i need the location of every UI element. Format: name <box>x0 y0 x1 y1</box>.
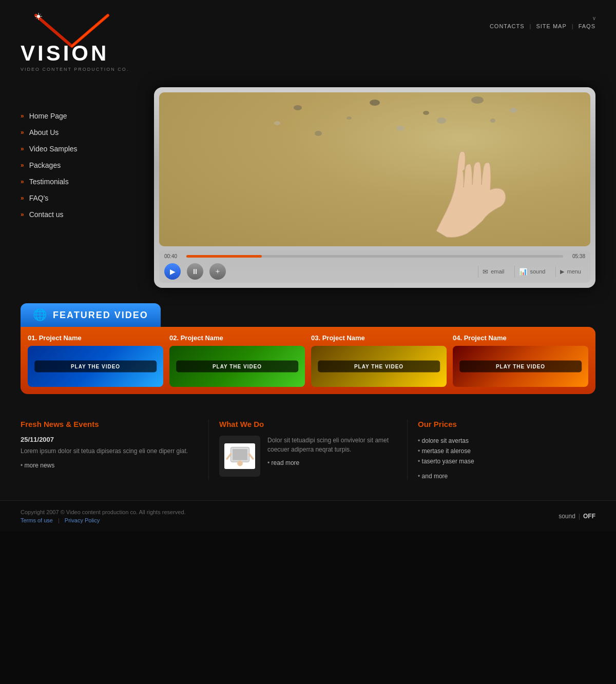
svg-point-10 <box>346 116 352 120</box>
video-card-3: 03. Project Name PLAY THE VIDEO <box>311 334 447 387</box>
time-end: 05:38 <box>567 253 585 259</box>
top-nav-chevron: v <box>593 15 595 21</box>
svg-point-14 <box>315 131 322 136</box>
price-item-3: taserto yaser mase <box>418 456 595 466</box>
what-we-do-inner: Dolor sit tetuadipi scing eli onvivelor … <box>219 436 397 477</box>
menu-icon: ▶ <box>560 268 564 275</box>
video-thumb-3[interactable]: PLAY THE VIDEO <box>311 346 447 387</box>
add-button[interactable]: ＋ <box>209 263 226 280</box>
what-we-do-column: What We Do Dolor sit t <box>209 420 408 480</box>
svg-point-18 <box>237 460 243 466</box>
what-we-do-thumb <box>219 436 260 477</box>
video-thumb-4[interactable]: PLAY THE VIDEO <box>453 346 588 387</box>
svg-point-15 <box>396 126 405 131</box>
play-button[interactable]: ▶ <box>164 263 181 280</box>
play-video-btn-1[interactable]: PLAY THE VIDEO <box>34 361 157 373</box>
svg-point-6 <box>370 100 380 106</box>
privacy-link[interactable]: Privacy Policy <box>65 517 100 523</box>
nav-sitemap[interactable]: SITE MAP <box>536 23 566 29</box>
footer-off-label[interactable]: OFF <box>583 513 595 520</box>
prices-list: dolore sit avertas mertase it alerose ta… <box>418 436 595 466</box>
video-card-1-title: 01. Project Name <box>28 334 163 342</box>
footer-sep: | <box>58 517 60 523</box>
news-section-title: Fresh News & Events <box>21 420 198 428</box>
sidebar-item-video-samples[interactable]: » Video Samples <box>21 141 133 157</box>
footer-sound-label: sound <box>559 513 575 520</box>
news-date: 25/11/2007 <box>21 436 198 443</box>
time-start: 00:40 <box>164 253 182 259</box>
person-illustration <box>226 445 254 468</box>
footer-copyright: Copyright 2007 © Video content productio… <box>21 509 186 515</box>
top-nav-links: CONTACTS | SITE MAP | FAQS <box>490 23 595 29</box>
arrow-icon-packages: » <box>21 162 24 169</box>
email-label: email <box>491 268 504 275</box>
logo-graphic <box>21 10 123 51</box>
progress-bar-container: 00:40 05:38 <box>164 253 585 259</box>
svg-line-19 <box>227 454 230 459</box>
footer-sound-sep: | <box>579 513 580 520</box>
nav-contacts[interactable]: CONTACTS <box>490 23 525 29</box>
nav-faqs[interactable]: FAQS <box>579 23 595 29</box>
main-content: » Home Page » About Us » Video Samples »… <box>0 77 616 303</box>
what-we-do-text-area: Dolor sit tetuadipi scing eli onvivelor … <box>267 436 397 466</box>
pause-button[interactable]: ⏸ <box>187 263 203 280</box>
arrow-icon-about: » <box>21 129 24 136</box>
info-sections: Fresh News & Events 25/11/2007 Lorem ips… <box>0 404 616 500</box>
svg-point-12 <box>274 121 280 125</box>
terms-link[interactable]: Terms of use <box>21 517 53 523</box>
sound-label: sound <box>530 268 545 275</box>
logo-subtitle: VIDEO CONTENT PRODUCTION CO. <box>21 67 129 72</box>
sidebar-item-home[interactable]: » Home Page <box>21 108 133 124</box>
price-item-2: mertase it alerose <box>418 446 595 456</box>
arrow-icon-video: » <box>21 145 24 152</box>
featured-header: 🌐 FEATURED VIDEO <box>21 303 161 327</box>
prices-title: Our Prices <box>418 420 595 428</box>
control-buttons: ▶ ⏸ ＋ ✉ email 📊 sound ▶ menu <box>164 263 585 280</box>
player-controls: 00:40 05:38 ▶ ⏸ ＋ ✉ email � <box>159 250 590 283</box>
svg-point-8 <box>471 96 484 104</box>
sidebar-label-packages: Packages <box>29 161 61 169</box>
price-item-1: dolore sit avertas <box>418 436 595 446</box>
video-player-area: 00:40 05:38 ▶ ⏸ ＋ ✉ email � <box>154 87 595 288</box>
logo-area: VISION VIDEO CONTENT PRODUCTION CO. <box>21 10 129 72</box>
sidebar-item-packages[interactable]: » Packages <box>21 157 133 173</box>
hand-illustration <box>426 139 580 241</box>
sidebar-label-video: Video Samples <box>29 145 78 153</box>
arrow-icon-faqs: » <box>21 194 24 202</box>
footer-right: sound | OFF <box>559 513 595 520</box>
sidebar-item-about[interactable]: » About Us <box>21 124 133 141</box>
svg-point-7 <box>423 111 429 115</box>
email-button[interactable]: ✉ email <box>478 266 508 278</box>
play-video-btn-3[interactable]: PLAY THE VIDEO <box>318 361 440 373</box>
video-thumb-2[interactable]: PLAY THE VIDEO <box>169 346 305 387</box>
nav-sep-1: | <box>530 23 531 29</box>
sidebar-label-faqs: FAQ's <box>29 194 49 202</box>
play-video-btn-4[interactable]: PLAY THE VIDEO <box>459 361 582 373</box>
footer-links: Terms of use | Privacy Policy <box>21 517 186 523</box>
sidebar-item-testimonials[interactable]: » Testimonials <box>21 173 133 190</box>
sidebar-item-faqs[interactable]: » FAQ's <box>21 190 133 206</box>
sidebar-nav: » Home Page » About Us » Video Samples »… <box>21 87 133 288</box>
prices-column: Our Prices dolore sit avertas mertase it… <box>408 420 595 480</box>
arrow-icon-home: » <box>21 112 24 120</box>
video-thumb-1[interactable]: PLAY THE VIDEO <box>28 346 163 387</box>
news-column: Fresh News & Events 25/11/2007 Lorem ips… <box>21 420 209 480</box>
sound-button[interactable]: 📊 sound <box>514 266 549 278</box>
video-player: 00:40 05:38 ▶ ⏸ ＋ ✉ email � <box>154 87 595 288</box>
video-screen <box>159 92 590 246</box>
play-video-btn-2[interactable]: PLAY THE VIDEO <box>176 361 298 373</box>
progress-bar-track[interactable] <box>186 255 563 258</box>
video-card-4-title: 04. Project Name <box>453 334 588 342</box>
svg-point-13 <box>490 119 495 123</box>
svg-point-9 <box>510 108 517 113</box>
menu-button[interactable]: ▶ menu <box>555 266 585 277</box>
read-more-link[interactable]: read more <box>267 459 397 466</box>
and-more-link[interactable]: and more <box>418 473 595 480</box>
what-we-do-thumb-inner <box>224 443 255 469</box>
sidebar-item-contact[interactable]: » Contact us <box>21 206 133 223</box>
what-we-do-title: What We Do <box>219 420 397 428</box>
arrow-icon-contact: » <box>21 211 24 218</box>
more-news-link[interactable]: more news <box>21 462 198 469</box>
logo-v-icon <box>21 10 123 51</box>
video-card-2: 02. Project Name PLAY THE VIDEO <box>169 334 305 387</box>
